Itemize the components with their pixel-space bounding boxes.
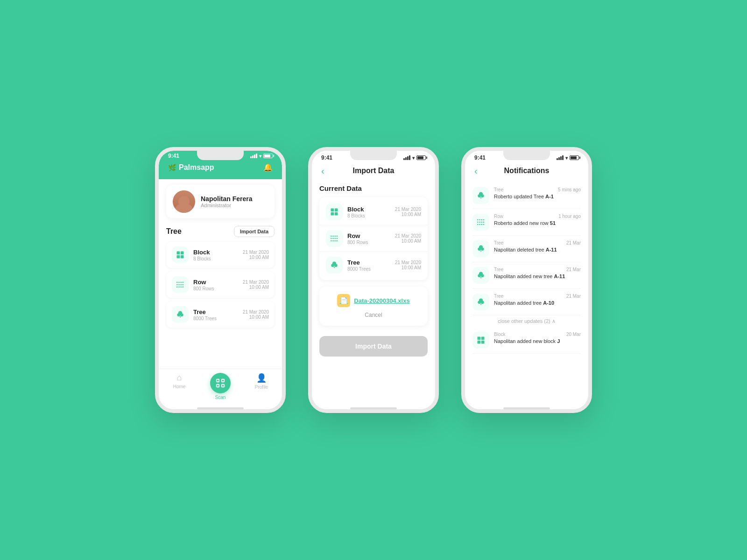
svg-rect-3 <box>181 255 184 259</box>
svg-point-33 <box>332 240 334 242</box>
tree-icon <box>172 306 189 323</box>
svg-point-15 <box>183 287 184 288</box>
home-indicator <box>350 407 397 409</box>
home-indicator <box>503 407 550 409</box>
wifi-icon: ▾ <box>259 154 261 159</box>
svg-point-59 <box>483 224 485 225</box>
svg-point-69 <box>478 301 481 304</box>
nav-profile[interactable]: 👤 Profile <box>241 373 282 400</box>
wifi-icon: ▾ <box>412 155 415 161</box>
block-info: Block 8 Blocks <box>193 249 238 261</box>
import-content: Current Data Block 8 Blocks 21 Mar 2020 <box>312 181 435 406</box>
battery-icon <box>263 154 273 158</box>
notch <box>197 151 244 160</box>
svg-point-51 <box>479 219 480 221</box>
svg-point-8 <box>178 284 180 286</box>
home-label: Home <box>173 384 186 389</box>
svg-rect-21 <box>222 379 225 382</box>
block-meta: 21 Mar 2020 10:00 AM <box>243 250 269 260</box>
back-button[interactable]: ‹ <box>321 166 324 176</box>
svg-point-5 <box>176 284 178 286</box>
phone-home: 9:41 ▾ 🌿 Palmsapp � <box>155 147 286 413</box>
svg-point-38 <box>337 238 338 239</box>
row-icon <box>172 276 189 293</box>
svg-point-55 <box>481 222 482 223</box>
import-data-button[interactable]: Import Data <box>319 336 428 357</box>
svg-rect-19 <box>180 316 181 317</box>
avatar <box>173 190 195 213</box>
tree-card[interactable]: Tree 8000 Trees 21 Mar 2020 10:00 AM <box>166 301 275 328</box>
import-block-row[interactable]: Block 8 Blocks 21 Mar 2020 10:00 AM <box>319 199 428 225</box>
svg-point-29 <box>331 238 332 239</box>
battery-icon <box>416 155 426 160</box>
svg-point-66 <box>481 274 484 278</box>
notifications-header: ‹ Notifications <box>465 163 588 181</box>
svg-rect-74 <box>478 341 481 344</box>
row-meta: 21 Mar 2020 10:00 AM <box>243 280 269 290</box>
svg-point-65 <box>478 274 481 278</box>
import-row-row[interactable]: Row 800 Rows 21 Mar 2020 10:00 AM <box>319 225 428 252</box>
svg-point-18 <box>180 314 183 317</box>
file-upload-area[interactable]: 📄 Data-20200304.xlxs Cancel <box>319 287 428 326</box>
nav-scan[interactable]: Scan <box>200 373 241 400</box>
svg-point-14 <box>183 284 184 286</box>
svg-rect-24 <box>331 209 334 212</box>
svg-rect-75 <box>481 341 485 344</box>
collapse-button[interactable]: close other updates (2) ∧ <box>472 315 581 327</box>
row-card[interactable]: Row 800 Rows 21 Mar 2020 10:00 AM <box>166 272 275 298</box>
svg-point-13 <box>183 282 184 283</box>
svg-point-62 <box>481 248 484 251</box>
svg-rect-26 <box>331 212 334 216</box>
notification-item[interactable]: Tree 21 Mar Napolitan added new tree A-1… <box>472 262 581 289</box>
svg-rect-2 <box>177 255 180 259</box>
current-data-title: Current Data <box>319 184 428 192</box>
screen: 9:41 ▾ 🌿 Palmsapp � <box>159 151 282 409</box>
phone-notifications: 9:41 ▾ ‹ Notifications <box>461 147 592 413</box>
svg-point-49 <box>477 222 479 223</box>
svg-point-4 <box>176 282 178 283</box>
block-icon <box>472 332 489 349</box>
import-title: Import Data <box>353 167 395 175</box>
tree-meta: 21 Mar 2020 10:00 AM <box>243 309 269 320</box>
svg-point-42 <box>334 264 338 267</box>
bell-icon[interactable]: 🔔 <box>263 163 273 172</box>
svg-point-54 <box>481 219 482 221</box>
user-name: Napolitan Ferera <box>201 195 252 203</box>
wifi-icon: ▾ <box>565 155 568 161</box>
notification-item[interactable]: Row 1 hour ago Roberto added new row 51 <box>472 209 581 236</box>
profile-icon: 👤 <box>256 373 267 383</box>
status-icons: ▾ <box>403 155 426 161</box>
svg-rect-1 <box>181 252 184 255</box>
cancel-button[interactable]: Cancel <box>327 312 420 318</box>
import-data-button[interactable]: Import Data <box>234 226 275 237</box>
svg-point-48 <box>477 219 479 221</box>
notifications-title: Notifications <box>504 167 550 175</box>
block-icon <box>172 246 189 263</box>
svg-point-30 <box>331 240 332 242</box>
svg-rect-47 <box>480 197 481 198</box>
notification-item[interactable]: Tree 21 Mar Napolitan deleted tree A-11 <box>472 236 581 262</box>
svg-point-70 <box>481 301 484 304</box>
import-tree-row[interactable]: Tree 8000 Trees 21 Mar 2020 10:00 AM <box>319 252 428 278</box>
notification-item[interactable]: Tree 21 Mar Napolitan added tree A-10 <box>472 289 581 315</box>
scan-circle <box>210 373 231 393</box>
svg-rect-73 <box>481 337 485 340</box>
svg-point-7 <box>178 282 180 283</box>
svg-point-9 <box>178 287 180 288</box>
section-header: Tree Import Data <box>166 226 275 237</box>
leaf-icon: 🌿 <box>168 164 176 171</box>
svg-point-52 <box>479 222 480 223</box>
svg-point-46 <box>481 195 484 198</box>
nav-home[interactable]: ⌂ Home <box>159 373 200 400</box>
notification-item[interactable]: Tree 5 mins ago Roberto updated Tree A-1 <box>472 182 581 209</box>
status-icons: ▾ <box>250 154 273 159</box>
screen: 9:41 ▾ ‹ Notifications <box>465 151 588 409</box>
svg-rect-20 <box>217 379 219 382</box>
back-button[interactable]: ‹ <box>474 166 478 176</box>
notification-item[interactable]: Block 20 Mar Napolitan added new block J <box>472 327 581 354</box>
home-indicator <box>197 407 244 409</box>
tree-icon <box>472 294 489 310</box>
block-card[interactable]: Block 8 Blocks 21 Mar 2020 10:00 AM <box>166 242 275 268</box>
status-icons: ▾ <box>557 155 579 161</box>
svg-rect-71 <box>480 303 481 305</box>
